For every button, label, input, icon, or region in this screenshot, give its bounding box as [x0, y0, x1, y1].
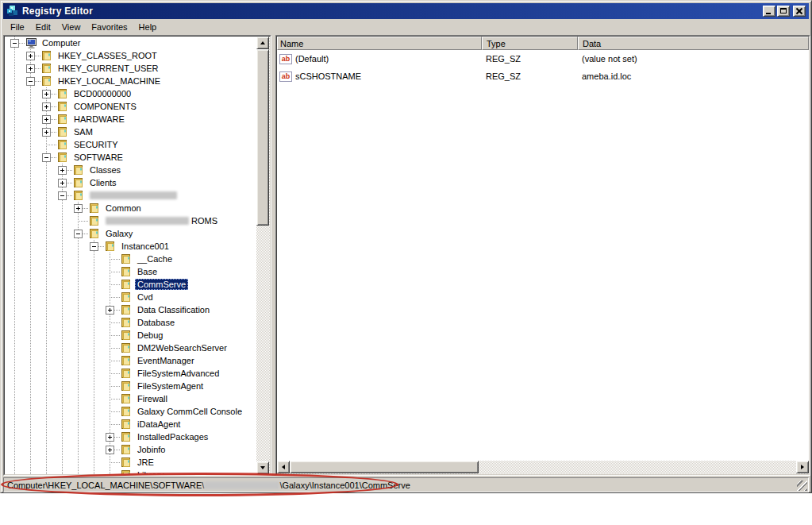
expand-plus-icon[interactable] [42, 90, 51, 98]
menu-item-help[interactable]: Help [133, 21, 163, 33]
collapse-minus-icon[interactable] [42, 153, 51, 162]
scroll-down-button[interactable] [256, 461, 269, 474]
collapse-minus-icon[interactable] [74, 230, 83, 238]
expand-plus-icon[interactable] [58, 166, 67, 175]
expand-plus-icon[interactable] [42, 102, 51, 111]
menu-item-file[interactable]: File [5, 21, 30, 33]
tree-item-dm2websearchserver[interactable]: DM2WebSearchServer [5, 342, 256, 354]
tree-item-roms[interactable]: ROMS [5, 214, 256, 227]
tree-guide-line [57, 227, 73, 240]
scroll-right-button[interactable] [796, 461, 809, 473]
tree-vertical-scrollbar[interactable] [256, 37, 270, 474]
resize-grip[interactable] [797, 481, 807, 491]
expand-plus-icon[interactable] [58, 179, 67, 187]
tree-item-label: Database [135, 317, 177, 328]
value-row-default[interactable]: ab(Default)REG_SZ(value not set) [277, 50, 809, 68]
menu-item-favorites[interactable]: Favorites [86, 21, 133, 33]
expand-plus-icon[interactable] [42, 128, 51, 137]
tree-item-computer[interactable]: Computer [5, 37, 256, 49]
title-bar: Registry Editor [3, 3, 809, 19]
expand-plus-icon[interactable] [26, 52, 35, 60]
expand-plus-icon[interactable] [42, 115, 51, 124]
collapse-minus-icon[interactable] [90, 242, 98, 251]
tree-item-clients[interactable]: Clients [5, 176, 256, 189]
tree-guide-line [57, 278, 73, 291]
tree-guide-line [25, 62, 41, 75]
menu-item-view[interactable]: View [56, 21, 87, 33]
column-header-name[interactable]: Name [277, 37, 482, 50]
tree-item-cvd[interactable]: Cvd [5, 291, 256, 303]
tree-item-hkey-classes-root[interactable]: HKEY_CLASSES_ROOT [5, 49, 256, 62]
tree-guide-line [73, 342, 89, 354]
tree-item-hardware[interactable]: HARDWARE [5, 113, 256, 125]
tree-item-hkey-current-user[interactable]: HKEY_CURRENT_USER [5, 62, 256, 75]
minimize-button[interactable] [763, 6, 775, 17]
collapse-minus-icon[interactable] [26, 77, 35, 86]
tree-item-components[interactable]: COMPONENTS [5, 100, 256, 113]
expand-plus-icon[interactable] [106, 433, 114, 442]
tree-item-installedpackages[interactable]: InstalledPackages [5, 430, 256, 443]
folder-icon [57, 87, 71, 100]
tree-guide-line [25, 342, 41, 354]
tree-item-instance001[interactable]: Instance001 [5, 240, 256, 253]
tree-guide-line [105, 303, 121, 316]
expand-plus-icon[interactable] [74, 204, 83, 213]
tree-item-data-classification[interactable]: Data Classification [5, 303, 256, 316]
folder-icon [121, 303, 135, 316]
tree-item-debug[interactable]: Debug [5, 329, 256, 342]
tree-guide-line [10, 37, 25, 49]
status-bar: Computer\HKEY_LOCAL_MACHINE\SOFTWARE\\Ga… [3, 477, 809, 492]
tree-item-firewall[interactable]: Firewall [5, 392, 256, 405]
expand-plus-icon[interactable] [106, 446, 114, 454]
computer-icon [25, 37, 40, 49]
tree-item-eventmanager[interactable]: EventManager [5, 354, 256, 367]
folder-icon [57, 151, 71, 164]
maximize-button[interactable] [777, 6, 790, 17]
tree-item-jobinfo[interactable]: Jobinfo [5, 443, 256, 456]
tree-item-idataagent[interactable]: iDataAgent [5, 418, 256, 430]
collapse-minus-icon[interactable] [58, 191, 67, 200]
column-header-type[interactable]: Type [482, 37, 578, 50]
tree-guide-line [25, 303, 41, 316]
expand-plus-icon[interactable] [106, 306, 114, 315]
close-button[interactable] [793, 6, 806, 17]
collapse-minus-icon[interactable] [10, 39, 19, 48]
scroll-left-button[interactable] [277, 461, 290, 473]
tree-guide-line [105, 443, 121, 456]
column-header-data[interactable]: Data [578, 37, 809, 50]
tree-item-software[interactable]: SOFTWARE [5, 151, 256, 164]
tree-item-classes[interactable]: Classes [5, 164, 256, 176]
tree-item-filesystemadvanced[interactable]: FileSystemAdvanced [5, 367, 256, 380]
tree-guide-line [105, 291, 121, 303]
tree-item-galaxy[interactable]: Galaxy [5, 227, 256, 240]
scroll-up-button[interactable] [256, 37, 269, 49]
tree-item-hkey-local-machine[interactable]: HKEY_LOCAL_MACHINE [5, 75, 256, 87]
tree-item-base[interactable]: Base [5, 265, 256, 278]
tree-guide-line [10, 151, 25, 164]
tree-item-security[interactable]: SECURITY [5, 138, 256, 151]
tree-guide-line [73, 469, 89, 474]
tree-item-sam[interactable]: SAM [5, 125, 256, 138]
tree-item-database[interactable]: Database [5, 316, 256, 329]
tree-guide-line [73, 430, 89, 443]
tree-item-filesystemagent[interactable]: FileSystemAgent [5, 380, 256, 392]
window-controls [763, 6, 806, 17]
tree-item-cache[interactable]: __Cache [5, 253, 256, 265]
list-scrollbar-thumb[interactable] [290, 461, 479, 473]
list-horizontal-scrollbar[interactable] [277, 461, 809, 474]
tree-scrollbar-thumb[interactable] [256, 49, 269, 226]
tree-guide-line [41, 189, 57, 202]
tree-item-bcd00000000[interactable]: BCD00000000 [5, 87, 256, 100]
tree-item-library[interactable]: Library [5, 469, 256, 474]
tree-item-jre[interactable]: JRE [5, 456, 256, 469]
tree-item-label: HKEY_LOCAL_MACHINE [56, 75, 163, 87]
tree-item-commserve[interactable]: CommServe [5, 278, 256, 291]
menu-item-edit[interactable]: Edit [30, 21, 56, 33]
tree-item-galaxy-commcell-console[interactable]: Galaxy CommCell Console [5, 405, 256, 418]
expand-plus-icon[interactable] [26, 64, 35, 73]
tree-item-common[interactable]: Common [5, 202, 256, 214]
tree-guide-line [73, 253, 89, 265]
tree-item-redacted[interactable] [5, 189, 256, 202]
tree-guide-line [73, 214, 89, 227]
value-row-scshostname[interactable]: absCSHOSTNAMEREG_SZameba.id.loc [277, 68, 809, 85]
